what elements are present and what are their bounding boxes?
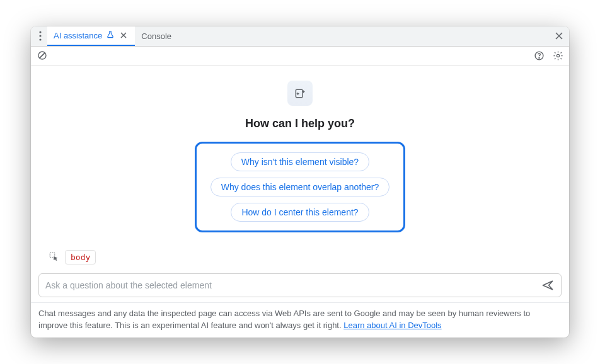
- element-selector-row: body: [41, 250, 559, 264]
- suggestions-box: Why isn't this element visible? Why does…: [195, 142, 406, 232]
- tab-label: AI assistance: [54, 31, 102, 40]
- svg-point-0: [39, 31, 41, 33]
- flask-icon: [106, 30, 115, 41]
- svg-rect-7: [296, 89, 303, 98]
- help-button[interactable]: [531, 48, 546, 63]
- svg-point-5: [538, 57, 539, 58]
- suggestion-chip[interactable]: Why isn't this element visible?: [231, 152, 369, 171]
- prompt-input-container: [38, 273, 562, 297]
- hero-title: How can I help you?: [245, 117, 355, 130]
- devtools-panel: AI assistance Console: [31, 26, 569, 338]
- element-picker-icon[interactable]: [49, 251, 60, 263]
- svg-point-1: [39, 35, 41, 37]
- disclaimer-text: Chat messages and any data the inspected…: [38, 309, 530, 330]
- suggestion-chip[interactable]: Why does this element overlap another?: [211, 178, 390, 196]
- more-menu-button[interactable]: [33, 26, 47, 47]
- tab-bar: AI assistance Console: [31, 26, 569, 47]
- svg-point-2: [39, 39, 41, 41]
- main-content: How can I help you? Why isn't this eleme…: [31, 65, 569, 273]
- close-panel-button[interactable]: [549, 26, 569, 47]
- clear-button[interactable]: [35, 48, 50, 63]
- sparkle-icon: [287, 81, 313, 106]
- tab-ai-assistance[interactable]: AI assistance: [47, 26, 135, 47]
- toolbar: [31, 47, 569, 65]
- prompt-input[interactable]: [45, 280, 539, 290]
- tab-console[interactable]: Console: [135, 26, 178, 47]
- suggestion-chip[interactable]: How do I center this element?: [231, 203, 369, 222]
- learn-more-link[interactable]: Learn about AI in DevTools: [343, 321, 441, 330]
- disclaimer-footer: Chat messages and any data the inspected…: [31, 302, 569, 338]
- settings-button[interactable]: [550, 48, 565, 63]
- close-tab-button[interactable]: [118, 30, 129, 40]
- svg-point-6: [557, 54, 559, 57]
- tab-label: Console: [141, 31, 171, 41]
- selected-element-tag[interactable]: body: [65, 250, 96, 264]
- send-button[interactable]: [539, 277, 556, 293]
